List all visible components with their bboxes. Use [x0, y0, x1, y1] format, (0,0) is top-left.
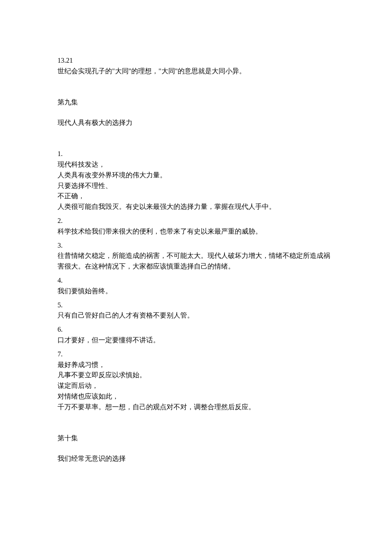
spacer [58, 77, 334, 97]
item-line: 不正确， [58, 191, 334, 202]
item-line: 只有自己管好自己的人才有资格不要别人管。 [58, 310, 334, 321]
item-number: 2. [58, 216, 334, 226]
item-number: 7. [58, 349, 334, 360]
spacer [58, 107, 334, 118]
item-number: 4. [58, 275, 334, 286]
item-number: 1. [58, 149, 334, 159]
item-line: 人类具有改变外界环境的伟大力量。 [58, 170, 334, 181]
section-subtitle: 现代人具有极大的选择力 [58, 118, 334, 128]
item-line: 人类很可能自我毁灭。有史以来最强大的选择力量，掌握在现代人手中。 [58, 202, 334, 212]
item-line: 对情绪也应该如此， [58, 391, 334, 402]
item-line: 千万不要草率。想一想，自己的观点对不对，调整合理然后反应。 [58, 402, 334, 413]
item-line: 最好养成习惯， [58, 360, 334, 370]
item-line: 口才要好，但一定要懂得不讲话。 [58, 335, 334, 346]
list-item: 3. 往昔情绪欠稳定，所能造成的祸害，不可能太大。现代人破坏力增大，情绪不稳定所… [58, 240, 334, 272]
item-line: 谋定而后动， [58, 381, 334, 391]
spacer [58, 212, 334, 216]
list-item: 7. 最好养成习惯， 凡事不要立即反应以求慎始。 谋定而后动， 对情绪也应该如此… [58, 349, 334, 413]
section-subtitle: 我们经常无意识的选择 [58, 454, 334, 464]
item-line: 我们要慎始善终。 [58, 286, 334, 297]
spacer [58, 297, 334, 300]
item-line: 科学技术给我们带来很大的便利，也带来了有史以来最严重的威胁。 [58, 226, 334, 237]
section-heading: 第九集 [58, 97, 334, 108]
opening-text: 世纪会实现孔子的"大同"的理想，"大同"的意思就是大同小异。 [58, 66, 334, 77]
spacer [58, 346, 334, 349]
spacer [58, 237, 334, 240]
item-line: 凡事不要立即反应以求慎始。 [58, 370, 334, 381]
document-page: 13.21 世纪会实现孔子的"大同"的理想，"大同"的意思就是大同小异。 第九集… [0, 0, 392, 555]
list-item: 4. 我们要慎始善终。 [58, 275, 334, 297]
list-item: 2. 科学技术给我们带来很大的便利，也带来了有史以来最严重的威胁。 [58, 216, 334, 237]
item-number: 5. [58, 300, 334, 311]
spacer [58, 321, 334, 324]
list-item: 6. 口才要好，但一定要懂得不讲话。 [58, 324, 334, 346]
spacer [58, 272, 334, 275]
opening-number: 13.21 [58, 55, 334, 66]
item-number: 6. [58, 324, 334, 335]
item-line: 只要选择不理性、 [58, 181, 334, 191]
spacer [58, 413, 334, 433]
list-item: 5. 只有自己管好自己的人才有资格不要别人管。 [58, 300, 334, 321]
spacer [58, 128, 334, 149]
list-item: 1. 现代科技发达， 人类具有改变外界环境的伟大力量。 只要选择不理性、 不正确… [58, 149, 334, 212]
section-heading: 第十集 [58, 433, 334, 444]
item-number: 3. [58, 240, 334, 251]
item-line: 现代科技发达， [58, 159, 334, 170]
spacer [58, 443, 334, 454]
item-line: 往昔情绪欠稳定，所能造成的祸害，不可能太大。现代人破坏力增大，情绪不稳定所造成祸… [58, 251, 334, 272]
